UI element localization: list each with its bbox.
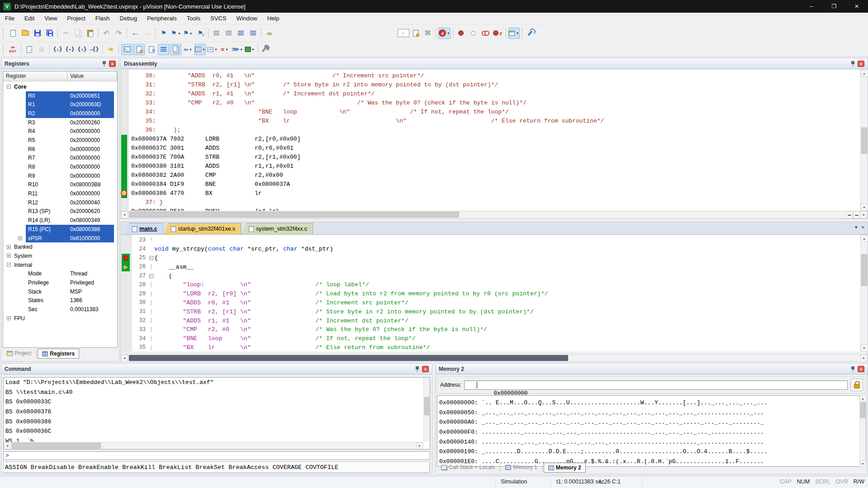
disassembly-margin-cell[interactable]: [121, 81, 128, 90]
disassembly-margin-cell[interactable]: [121, 153, 128, 162]
register-row[interactable]: R90x00000000: [3, 171, 117, 180]
indent-button[interactable]: [223, 28, 234, 39]
maximize-button[interactable]: ❐: [823, 0, 845, 13]
menu-item-window[interactable]: Window: [231, 13, 262, 24]
register-row[interactable]: R20x00000000: [3, 109, 117, 118]
toolbar-grip[interactable]: [3, 44, 5, 54]
disassembly-line[interactable]: 0x08000382 2A00 CMP r2,#0x00: [131, 171, 604, 180]
disassembly-line[interactable]: 34: "BNE loop \n" /* If not, repeat the …: [131, 108, 604, 117]
watch-window-button[interactable]: ∞▼: [182, 44, 194, 55]
register-row[interactable]: R60x00000000: [3, 145, 117, 154]
disassembly-margin-cell[interactable]: [121, 198, 128, 207]
close-button[interactable]: ✕: [845, 0, 868, 13]
editor-margin-cell[interactable]: [121, 334, 131, 343]
step-over-button[interactable]: {↷}: [64, 44, 76, 55]
unindent-button[interactable]: [211, 28, 222, 39]
code-text[interactable]: (: [154, 273, 172, 280]
system-viewer-button[interactable]: ▼: [244, 44, 256, 55]
register-row[interactable]: +FPU: [3, 314, 117, 323]
analysis-window-button[interactable]: ≈▼: [219, 44, 230, 55]
close-document-icon[interactable]: ✕: [861, 225, 865, 230]
breakpoint-current-marker[interactable]: [122, 254, 130, 272]
menu-item-debug[interactable]: Debug: [115, 13, 142, 24]
code-text[interactable]: "ADDS r0, #1 \n" /* Increment src pointe…: [154, 299, 408, 306]
collapse-icon[interactable]: −: [149, 274, 153, 278]
comment-selection-button[interactable]: [235, 28, 247, 39]
disassembly-vertical-scrollbar[interactable]: ▲ ▼: [860, 70, 868, 211]
registers-window-button[interactable]: [158, 44, 169, 55]
address-input[interactable]: 0x00000000: [464, 380, 848, 390]
menu-item-help[interactable]: Help: [262, 13, 285, 24]
menu-item-file[interactable]: File: [0, 13, 19, 24]
editor-margin-cell[interactable]: [121, 271, 131, 280]
disassembly-margin-cell[interactable]: [121, 135, 128, 144]
code-text[interactable]: "loop: \n" /* loop label*/: [154, 281, 369, 288]
dock-tab-registers[interactable]: Registers: [38, 349, 79, 359]
editor-margin-cell[interactable]: [121, 298, 131, 308]
editor-margin-cell[interactable]: [121, 325, 131, 334]
register-row[interactable]: +xPSR0x61000000: [3, 234, 117, 243]
toolbar-grip[interactable]: [3, 28, 5, 38]
uncomment-selection-button[interactable]: [247, 28, 259, 39]
expand-icon[interactable]: +: [18, 236, 22, 240]
editor-margin[interactable]: [121, 235, 132, 351]
disassembly-margin-cell[interactable]: [121, 90, 128, 99]
editor-margin-cell[interactable]: [121, 307, 131, 316]
code-text[interactable]: "STRB r2, [r1] \n" /* Store byte in r2 i…: [154, 308, 534, 315]
dock-tab-call-stack-locals[interactable]: Call Stack + Locals: [437, 463, 499, 472]
memory-vertical-scrollbar[interactable]: ▲ ▼: [859, 395, 866, 467]
register-row[interactable]: R40x00000000: [3, 127, 117, 136]
disassembly-margin-cell[interactable]: [121, 180, 128, 189]
command-vertical-scrollbar[interactable]: [423, 378, 430, 442]
register-row[interactable]: R100x080003B8: [3, 180, 117, 190]
disassembly-margin-cell[interactable]: [121, 126, 128, 135]
register-row[interactable]: ModeThread: [3, 269, 117, 278]
close-panel-icon[interactable]: x: [109, 61, 116, 67]
code-text[interactable]: void my_strcpy(const char *src_ptr, char…: [154, 246, 333, 252]
register-row[interactable]: R80x00000000: [3, 162, 117, 171]
command-horizontal-scrollbar[interactable]: ◄ ►: [4, 442, 423, 449]
editor-horizontal-scrollbar[interactable]: ◄ ►: [121, 354, 868, 361]
register-row[interactable]: R70x00000000: [3, 154, 117, 163]
fold-marker[interactable]: −: [148, 254, 154, 263]
trace-window-button[interactable]: ⋙▼: [231, 44, 243, 55]
register-row[interactable]: R15 (PC)0x08000386: [3, 225, 117, 234]
code-text[interactable]: "BNE loop \n" /* If not, repeat the loop…: [154, 335, 416, 342]
navigate-back-button[interactable]: ←: [129, 28, 141, 39]
disassembly-line[interactable]: 30: "ADDS r0, #1 \n" /* Increment src po…: [131, 71, 604, 81]
expand-icon[interactable]: +: [7, 245, 11, 249]
column-header-value[interactable]: Value: [67, 71, 117, 81]
run-to-cursor-button[interactable]: →{}: [89, 44, 100, 55]
register-row[interactable]: R30x20000260: [3, 118, 117, 127]
disassembly-line[interactable]: 35: "BX lr \n" /* Else return from subro…: [131, 117, 604, 126]
disassembly-window-button[interactable]: [133, 44, 145, 55]
save-button[interactable]: [32, 28, 43, 39]
editor-margin-cell[interactable]: [121, 236, 131, 245]
menu-item-peripherals[interactable]: Peripherals: [142, 13, 182, 24]
column-header-register[interactable]: Register: [3, 71, 67, 81]
dock-tab-memory-2[interactable]: Memory 2: [544, 463, 586, 473]
disassembly-margin-cell[interactable]: [121, 117, 128, 126]
bookmark-next-button[interactable]: ⚑►: [182, 28, 194, 39]
register-row[interactable]: R13 (SP)0x20000620: [3, 207, 117, 216]
search-combobox[interactable]: ✓: [398, 29, 409, 37]
expand-icon[interactable]: +: [7, 316, 11, 320]
disassembly-margin[interactable]: [121, 70, 128, 211]
register-row[interactable]: R00x20000651: [3, 91, 117, 100]
pin-icon[interactable]: [102, 61, 107, 66]
editor-margin-cell[interactable]: [121, 245, 131, 254]
register-row[interactable]: R110x00000000: [3, 189, 117, 198]
callstack-window-button[interactable]: [170, 44, 181, 55]
tab-list-dropdown-icon[interactable]: ▼: [854, 225, 859, 230]
command-window-button[interactable]: >_: [121, 44, 133, 55]
toolbox-button[interactable]: ▼: [261, 44, 272, 55]
disassembly-line[interactable]: 31: "STRB r2, [r1] \n" /* Store byte in …: [131, 81, 604, 90]
disassembly-margin-cell[interactable]: [121, 108, 128, 117]
editor-margin-cell[interactable]: [121, 316, 131, 325]
close-panel-icon[interactable]: x: [858, 61, 864, 67]
register-row[interactable]: +Banked: [3, 242, 117, 251]
disassembly-margin-cell[interactable]: [121, 171, 128, 180]
disassembly-line[interactable]: 33: "CMP r2, #0 \n" /* Was the byte 0? (…: [131, 99, 604, 108]
find-in-files-button[interactable]: ∞: [264, 28, 275, 39]
editor-margin-cell[interactable]: [121, 289, 131, 298]
